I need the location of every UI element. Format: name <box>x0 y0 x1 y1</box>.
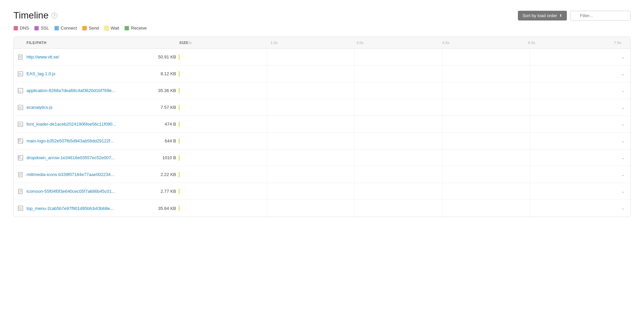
row-filename[interactable]: font_loader-de1aceb20241906fee56c11f090.… <box>26 122 116 127</box>
expand-row-button[interactable]: ⌄ <box>619 189 627 194</box>
row-filename[interactable]: ecanalytics.js <box>26 105 52 110</box>
grid-line <box>530 49 530 65</box>
row-filename[interactable]: http://www.vlt.se/ <box>26 54 59 59</box>
wait-label: Wait <box>111 26 119 31</box>
row-filename[interactable]: mittmedia-icons-b339f07184e77aae002234..… <box>26 172 114 177</box>
bar-wait <box>179 189 179 194</box>
col-header-file: FILE/PATH <box>17 41 158 45</box>
table-row[interactable]: dropdown_arrow-1e34616e03557ec52e007...1… <box>14 149 630 166</box>
bar-wait <box>179 172 179 177</box>
table-row[interactable]: icomoon-55f04f0f3e640cec05f7a686b45c01..… <box>14 183 630 200</box>
row-file-cell: {} application-8268a7dea68c4af3620d1bf76… <box>17 88 149 93</box>
row-size: 644 B <box>149 138 179 143</box>
wait-color-dot <box>104 26 109 31</box>
row-timeline-cell <box>179 133 618 149</box>
row-size: 2.77 KB <box>149 189 179 194</box>
row-filename[interactable]: icomoon-55f04f0f3e640cec05f7a686b45c01..… <box>26 189 115 194</box>
row-filename[interactable]: EAS_tag.1.0.js <box>26 71 55 76</box>
row-size: 7.57 KB <box>149 105 179 110</box>
row-file-cell: JS EAS_tag.1.0.js <box>17 71 149 77</box>
grid-line <box>442 183 442 200</box>
help-icon[interactable]: ? <box>51 12 57 18</box>
js-file-icon: JS <box>17 105 24 110</box>
filter-input[interactable] <box>570 11 631 20</box>
grid-line <box>530 183 530 200</box>
tick-label: 4.5s <box>442 41 449 45</box>
expand-row-button[interactable]: ⌄ <box>619 172 627 177</box>
table-header: FILE/PATH SIZE 0.0s1.5s3.0s4.5s6.0s7.5s <box>14 37 630 49</box>
ssl-label: SSL <box>41 26 49 31</box>
grid-line <box>442 65 442 82</box>
expand-row-button[interactable]: ⌄ <box>619 206 627 211</box>
js-file-icon: JS <box>17 122 24 127</box>
grid-line <box>267 149 267 166</box>
timeline-table: FILE/PATH SIZE 0.0s1.5s3.0s4.5s6.0s7.5s … <box>13 37 631 217</box>
expand-row-button[interactable]: ⌄ <box>619 105 627 110</box>
row-filename[interactable]: main-logo-b352e507fb5d943ab58dd29122f... <box>26 138 114 143</box>
connect-label: Connect <box>61 26 77 31</box>
grid-line <box>267 82 267 99</box>
row-timeline-cell <box>179 166 618 183</box>
row-file-cell: main-logo-b352e507fb5d943ab58dd29122f... <box>17 138 149 144</box>
doc-file-icon <box>17 172 24 177</box>
row-timeline-cell <box>179 149 618 166</box>
row-filename[interactable]: dropdown_arrow-1e34616e03557ec52e007... <box>26 155 115 160</box>
grid-line <box>267 99 267 116</box>
grid-line <box>442 49 442 65</box>
grid-line <box>267 116 267 133</box>
grid-line <box>267 200 267 217</box>
img-file-icon <box>17 138 24 144</box>
grid-line <box>442 116 442 133</box>
legend-item-connect: Connect <box>54 26 77 31</box>
table-row[interactable]: JS ecanalytics.js7.57 KB⌄ <box>14 99 630 116</box>
table-row[interactable]: mittmedia-icons-b339f07184e77aae002234..… <box>14 166 630 183</box>
row-file-cell: JS font_loader-de1aceb20241906fee56c11f0… <box>17 122 149 127</box>
sort-button-label: Sort by load order <box>523 13 557 18</box>
dns-color-dot <box>13 26 18 31</box>
row-file-cell: dropdown_arrow-1e34616e03557ec52e007... <box>17 155 149 161</box>
tick-label: 0.0s <box>185 41 192 45</box>
bar-wait <box>179 105 179 110</box>
row-filename[interactable]: application-8268a7dea68c4af3620d1bf769e.… <box>26 88 115 93</box>
table-row[interactable]: JS top_menu-2cab5b7e97f901d95bfcb43b68e.… <box>14 200 630 217</box>
tick-label: 7.5s <box>614 41 621 45</box>
receive-label: Receive <box>131 26 147 31</box>
expand-row-button[interactable]: ⌄ <box>619 72 627 76</box>
expand-row-button[interactable]: ⌄ <box>619 156 627 160</box>
legend-item-wait: Wait <box>104 26 119 31</box>
legend-item-ssl: SSL <box>34 26 49 31</box>
expand-row-button[interactable]: ⌄ <box>619 88 627 93</box>
row-size: 35.36 KB <box>149 88 179 93</box>
table-row[interactable]: JS font_loader-de1aceb20241906fee56c11f0… <box>14 116 630 133</box>
grid-line <box>530 200 530 217</box>
grid-line <box>354 183 355 200</box>
row-timeline-cell <box>179 99 618 116</box>
sort-button[interactable]: Sort by load order ⬍ <box>518 11 567 20</box>
row-file-cell: JS ecanalytics.js <box>17 105 149 110</box>
grid-line <box>442 200 442 217</box>
bar-wait <box>179 206 179 211</box>
expand-row-button[interactable]: ⌄ <box>619 122 627 127</box>
expand-row-button[interactable]: ⌄ <box>619 55 627 59</box>
expand-row-button[interactable]: ⌄ <box>619 139 627 143</box>
table-row[interactable]: JS EAS_tag.1.0.js8.12 KB⌄ <box>14 65 630 82</box>
grid-line <box>442 99 442 116</box>
table-row[interactable]: main-logo-b352e507fb5d943ab58dd29122f...… <box>14 133 630 149</box>
legend-item-receive: Receive <box>124 26 147 31</box>
grid-line <box>267 133 267 149</box>
table-row[interactable]: http://www.vlt.se/50.91 KB⌄ <box>14 49 630 65</box>
bar-wait <box>179 155 179 161</box>
row-filename[interactable]: top_menu-2cab5b7e97f901d95bfcb43b68e... <box>26 206 114 211</box>
grid-line <box>354 116 355 133</box>
send-label: Send <box>89 26 99 31</box>
row-timeline-cell <box>179 200 618 217</box>
grid-line <box>442 166 442 183</box>
svg-text:JS: JS <box>18 73 22 76</box>
grid-line <box>530 166 530 183</box>
row-file-cell: mittmedia-icons-b339f07184e77aae002234..… <box>17 172 149 177</box>
img-file-icon <box>17 155 24 161</box>
send-color-dot <box>82 26 87 31</box>
table-row[interactable]: {} application-8268a7dea68c4af3620d1bf76… <box>14 82 630 99</box>
row-size: 474 B <box>149 122 179 127</box>
legend-item-dns: DNS <box>13 26 29 31</box>
